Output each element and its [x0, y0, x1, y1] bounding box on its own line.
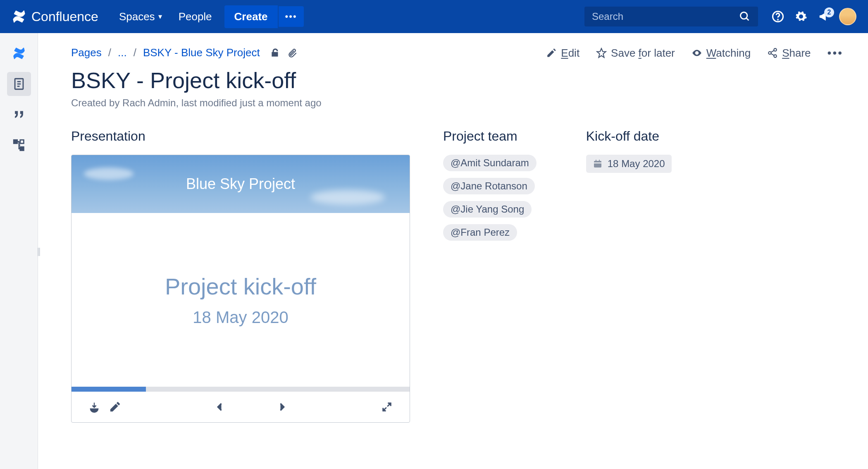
- crumb-sep: /: [108, 46, 111, 59]
- notification-badge: 2: [824, 7, 834, 17]
- save-for-later-button[interactable]: Save for later: [596, 47, 675, 60]
- notifications-button[interactable]: 2: [813, 5, 836, 28]
- edit-button[interactable]: Edit: [546, 47, 579, 60]
- svg-rect-8: [14, 140, 17, 144]
- kickoff-column: Kick-off date 18 May 2020: [586, 129, 672, 423]
- prev-slide-button[interactable]: [210, 397, 230, 417]
- kickoff-date-text: 18 May 2020: [608, 158, 665, 170]
- section-team: Project team: [443, 129, 537, 144]
- presentation-card: Blue Sky Project Project kick-off 18 May…: [71, 155, 410, 423]
- svg-line-15: [771, 54, 774, 55]
- create-more-button[interactable]: •••: [279, 6, 304, 27]
- help-button[interactable]: [766, 5, 789, 28]
- page-actions: Edit Save for later Watching Share •••: [546, 46, 843, 60]
- svg-line-14: [771, 50, 774, 52]
- team-mention[interactable]: @Jie Yang Song: [443, 201, 532, 218]
- watching-button[interactable]: Watching: [692, 47, 751, 60]
- settings-button[interactable]: [789, 5, 813, 28]
- download-button[interactable]: [84, 397, 105, 417]
- brand[interactable]: Confluence: [12, 9, 98, 24]
- confluence-icon: [12, 9, 26, 24]
- left-rail: ‖: [0, 33, 38, 469]
- page-title: BSKY - Project kick-off: [71, 67, 843, 93]
- svg-rect-10: [20, 147, 24, 151]
- page-meta: Created by Rach Admin, last modified jus…: [71, 97, 843, 109]
- rail-resize-handle[interactable]: ‖: [37, 246, 41, 256]
- share-icon: [767, 48, 778, 58]
- share-button[interactable]: Share: [767, 47, 811, 60]
- star-icon: [596, 48, 607, 58]
- confluence-small-icon: [12, 46, 26, 60]
- pencil-icon: [109, 401, 121, 413]
- kickoff-date-chip[interactable]: 18 May 2020: [586, 155, 672, 173]
- rail-tree[interactable]: [7, 133, 31, 157]
- svg-point-11: [774, 48, 777, 51]
- nav-people-label: People: [179, 10, 212, 23]
- svg-rect-9: [20, 140, 24, 144]
- page-content: Pages / ... / BSKY - Blue Sky Project Ed…: [38, 33, 868, 469]
- chevron-down-icon: ▾: [158, 12, 162, 21]
- nav-spaces[interactable]: Spaces ▾: [111, 6, 170, 27]
- rail-logo[interactable]: [7, 41, 31, 65]
- user-avatar[interactable]: [839, 8, 856, 25]
- presentation-banner-text: Blue Sky Project: [186, 175, 295, 193]
- search-input[interactable]: [592, 11, 739, 22]
- presentation-main-text: Project kick-off: [165, 273, 316, 300]
- team-mention[interactable]: @Jane Rotanson: [443, 178, 535, 194]
- page-icon: [12, 77, 26, 91]
- presentation-progress[interactable]: [72, 387, 410, 392]
- rail-blog[interactable]: [7, 103, 31, 127]
- crumb-pages[interactable]: Pages: [71, 46, 102, 59]
- chevron-right-icon: [276, 401, 288, 413]
- top-nav: Confluence Spaces ▾ People Create ••• 2: [0, 0, 868, 33]
- eye-icon: [692, 48, 702, 58]
- presentation-banner: Blue Sky Project: [72, 155, 410, 213]
- nav-spaces-label: Spaces: [119, 10, 155, 23]
- svg-rect-18: [599, 160, 600, 162]
- svg-line-1: [746, 18, 749, 21]
- gear-icon: [795, 10, 807, 23]
- svg-point-13: [774, 55, 777, 57]
- team-mention[interactable]: @Fran Perez: [443, 224, 517, 241]
- expand-icon: [381, 401, 393, 413]
- tree-icon: [12, 138, 26, 152]
- more-actions-button[interactable]: •••: [827, 46, 843, 60]
- attachments-icon[interactable]: [287, 48, 298, 58]
- create-button[interactable]: Create: [224, 5, 278, 28]
- svg-point-0: [741, 12, 747, 19]
- rail-pages[interactable]: [7, 72, 31, 96]
- crumb-parent[interactable]: BSKY - Blue Sky Project: [143, 46, 260, 59]
- download-icon: [88, 401, 100, 413]
- nav-people[interactable]: People: [170, 6, 220, 27]
- svg-rect-17: [596, 160, 596, 162]
- next-slide-button[interactable]: [272, 397, 292, 417]
- help-icon: [772, 10, 784, 23]
- section-presentation: Presentation: [71, 129, 410, 144]
- quote-icon: [12, 108, 26, 122]
- search-box[interactable]: [584, 7, 758, 26]
- presentation-toolbar: [72, 392, 410, 422]
- search-icon: [739, 11, 751, 22]
- presentation-date-text: 18 May 2020: [193, 308, 288, 327]
- team-column: Project team @Amit Sundaram @Jane Rotans…: [443, 129, 537, 423]
- pencil-icon: [546, 48, 557, 58]
- chevron-left-icon: [214, 401, 226, 413]
- crumb-ellipsis[interactable]: ...: [118, 46, 127, 59]
- svg-point-3: [777, 19, 778, 20]
- fullscreen-button[interactable]: [377, 397, 397, 417]
- svg-rect-16: [594, 161, 601, 168]
- restrictions-icon[interactable]: [270, 48, 281, 58]
- presentation-slide[interactable]: Project kick-off 18 May 2020: [72, 213, 410, 387]
- edit-presentation-button[interactable]: [105, 397, 125, 417]
- brand-text: Confluence: [31, 9, 98, 24]
- svg-point-12: [768, 52, 771, 55]
- calendar-icon: [593, 159, 603, 169]
- team-mention[interactable]: @Amit Sundaram: [443, 155, 537, 171]
- team-list: @Amit Sundaram @Jane Rotanson @Jie Yang …: [443, 155, 537, 241]
- crumb-sep: /: [134, 46, 136, 59]
- section-kickoff: Kick-off date: [586, 129, 672, 144]
